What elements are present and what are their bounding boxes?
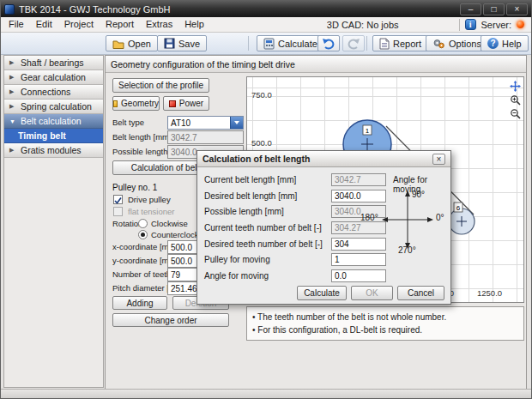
- clockwise-label: Clockwise: [151, 219, 188, 228]
- menu-bar: File Edit Project Report Extras Help 3D …: [1, 17, 531, 33]
- report-document-icon: [379, 38, 390, 50]
- status-bar: [1, 389, 531, 398]
- current-belt-length-label: Current belt length [mm]: [204, 175, 296, 184]
- compass-180-label: 180°: [360, 213, 378, 222]
- options-button[interactable]: Options: [426, 35, 488, 51]
- change-order-button[interactable]: Change order: [112, 313, 229, 327]
- power-icon: [169, 100, 176, 107]
- toolbar-separator: [248, 36, 249, 51]
- note-line: • The teeth number of the belt is not wh…: [252, 311, 518, 323]
- power-tab-button[interactable]: Power: [163, 96, 209, 111]
- open-folder-icon: [112, 39, 124, 49]
- angle-for-moving-input[interactable]: [331, 269, 386, 282]
- pulley-for-moving-label: Pulley for moving: [204, 255, 270, 264]
- sidebar-item-belt-calculation[interactable]: ▼ Belt calculation: [4, 114, 103, 129]
- x-axis-tick: 1250.0: [477, 288, 502, 298]
- sidebar-item-gratis-modules[interactable]: ▶ Gratis modules: [4, 143, 103, 158]
- module-sidebar: ▶ Shaft / bearings ▶ Gear calculation ▶ …: [3, 55, 104, 388]
- sidebar-empty-area: [4, 158, 103, 387]
- menu-edit[interactable]: Edit: [30, 17, 58, 32]
- sidebar-item-gear-calculation[interactable]: ▶ Gear calculation: [4, 70, 103, 85]
- calculator-icon: [263, 38, 275, 50]
- chevron-right-icon: ▶: [9, 103, 16, 110]
- dialog-calculate-button[interactable]: Calculate: [297, 286, 347, 300]
- chevron-right-icon: ▶: [9, 88, 16, 95]
- sidebar-item-shaft-bearings[interactable]: ▶ Shaft / bearings: [4, 56, 103, 70]
- cad-status: 3D CAD: No jobs: [327, 20, 399, 30]
- dialog-close-button[interactable]: ×: [432, 154, 445, 165]
- current-belt-length-input: [331, 173, 386, 186]
- menu-report[interactable]: Report: [100, 17, 140, 32]
- desired-belt-length-input[interactable]: [331, 190, 386, 203]
- menu-help[interactable]: Help: [178, 17, 210, 32]
- chevron-right-icon: ▶: [9, 74, 16, 81]
- app-window: TBK 2014 - GWJ Technology GmbH – □ × Fil…: [0, 0, 532, 399]
- title-bar[interactable]: TBK 2014 - GWJ Technology GmbH – □ ×: [1, 1, 531, 17]
- angle-compass-icon: [381, 189, 434, 251]
- desired-teeth-number-label: Desired teeth number of belt [-]: [204, 239, 323, 249]
- belt-type-select[interactable]: AT10: [167, 116, 244, 130]
- sidebar-item-spring-calculation[interactable]: ▶ Spring calculation: [4, 100, 103, 114]
- check-icon: [114, 196, 122, 204]
- close-button[interactable]: ×: [506, 3, 528, 15]
- menu-separator: [459, 19, 460, 31]
- toolbar-separator-2: [366, 36, 367, 51]
- sidebar-item-connections[interactable]: ▶ Connections: [4, 85, 103, 100]
- window-controls: – □ ×: [460, 3, 528, 15]
- y-axis-tick: 500.0: [251, 138, 272, 148]
- desired-teeth-number-input[interactable]: [331, 238, 386, 251]
- info-icon[interactable]: i: [465, 19, 476, 30]
- pulley-for-moving-input[interactable]: [331, 253, 386, 266]
- desired-belt-length-label: Desired belt length [mm]: [204, 191, 297, 201]
- belt-type-value: AT10: [168, 117, 230, 129]
- note-line: • For this configuration, a DL-belt is r…: [252, 323, 518, 336]
- section-title: Geometry configuration of the timing bel…: [106, 56, 526, 73]
- belt-length-dialog: Calculation of belt length × Current bel…: [196, 150, 451, 305]
- profile-selection-button[interactable]: Selection of the profile: [112, 78, 209, 93]
- menu-file[interactable]: File: [3, 17, 30, 32]
- belt-length-input: [167, 130, 244, 144]
- clockwise-radio[interactable]: [138, 219, 148, 228]
- drive-pulley-checkbox[interactable]: [113, 195, 123, 204]
- redo-button: [342, 35, 365, 51]
- gear-icon: [432, 38, 445, 50]
- adding-button[interactable]: Adding: [112, 296, 167, 310]
- maximize-button[interactable]: □: [483, 3, 505, 15]
- geometry-tab-button[interactable]: Geometry: [112, 96, 160, 111]
- flat-tensioner-label: flat tensioner: [128, 207, 174, 216]
- counterclockwise-radio[interactable]: [138, 230, 148, 239]
- dialog-cancel-button[interactable]: Cancel: [397, 286, 444, 300]
- menu-extras[interactable]: Extras: [140, 17, 178, 32]
- minimize-button[interactable]: –: [460, 3, 481, 15]
- chevron-down-icon: [234, 121, 239, 124]
- dialog-ok-button: OK: [351, 286, 393, 300]
- zoom-in-icon[interactable]: [509, 94, 521, 106]
- calculate-button[interactable]: Calculate: [257, 35, 324, 51]
- menu-status-area: 3D CAD: No jobs i Server:: [327, 19, 529, 31]
- pulley-6-label: 6: [456, 204, 461, 212]
- pulley-section-header: Pulley no. 1: [112, 183, 157, 192]
- window-title: TBK 2014 - GWJ Technology GmbH: [19, 4, 170, 15]
- open-button[interactable]: Open: [106, 35, 158, 51]
- compass-0-label: 0°: [436, 213, 444, 222]
- compass-90-label: 90°: [412, 190, 425, 199]
- report-button[interactable]: Report: [372, 35, 428, 51]
- y-axis-tick: 750.0: [251, 90, 272, 100]
- server-label: Server:: [481, 20, 511, 30]
- pan-icon[interactable]: [509, 80, 521, 92]
- zoom-out-icon[interactable]: [509, 107, 521, 119]
- belt-type-label: Belt type: [112, 118, 144, 127]
- main-toolbar: Open Save Calculate Report Options ? Hel…: [1, 33, 531, 55]
- belt-type-dropdown-button[interactable]: [230, 117, 243, 129]
- current-teeth-number-input: [331, 221, 386, 234]
- menu-project[interactable]: Project: [58, 17, 100, 32]
- flat-tensioner-checkbox: [113, 207, 123, 216]
- app-icon: [4, 4, 15, 15]
- help-button[interactable]: ? Help: [481, 35, 529, 51]
- dialog-title-bar[interactable]: Calculation of belt length ×: [197, 151, 450, 167]
- undo-button[interactable]: [317, 35, 340, 51]
- sidebar-item-timing-belt[interactable]: Timing belt: [4, 129, 103, 143]
- pulley-1-label: 1: [366, 127, 370, 135]
- save-button[interactable]: Save: [157, 35, 207, 51]
- server-status-led: [517, 21, 524, 28]
